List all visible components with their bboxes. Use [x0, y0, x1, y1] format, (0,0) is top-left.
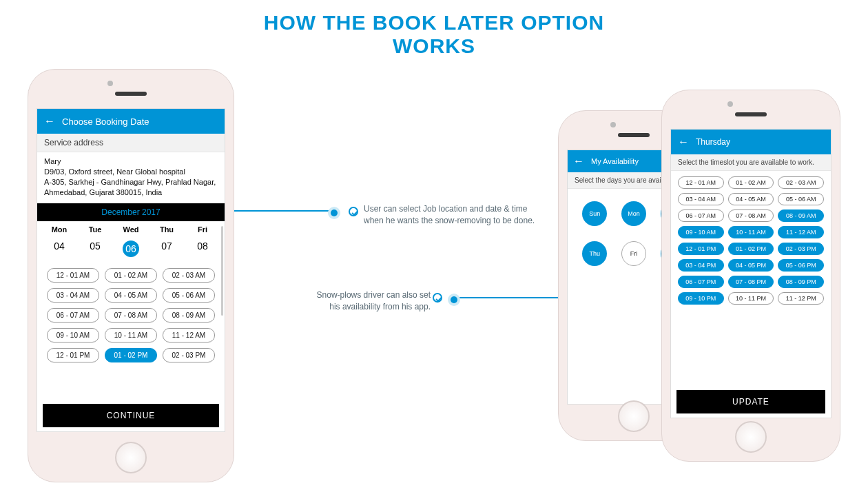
timeslot-button[interactable]: 08 - 09 AM: [778, 209, 824, 222]
addr-l3: A-305, Sarkhej - Gandhinagar Hwy, Prahla…: [44, 177, 218, 187]
home-button-icon[interactable]: [735, 421, 767, 453]
back-arrow-icon[interactable]: ←: [573, 156, 584, 167]
addr-l4: Ahmedabad, Gujarat 380015, India: [44, 187, 218, 198]
page-title: HOW THE BOOK LATER OPTION WORKS: [0, 0, 868, 58]
screen-booking: ← Choose Booking Date Service address Ma…: [37, 108, 225, 432]
timeslot-button[interactable]: 09 - 10 AM: [47, 328, 99, 342]
day-label: Mon: [41, 224, 77, 235]
thursday-subtitle: Select the timeslot you are available to…: [671, 154, 831, 171]
screen-thursday: ← Thursday Select the timeslot you are a…: [670, 129, 831, 418]
appbar-title: Thursday: [696, 137, 730, 147]
day-number[interactable]: 07: [149, 238, 185, 263]
timeslot-button[interactable]: 01 - 02 AM: [105, 268, 157, 283]
timeslot-button[interactable]: 11 - 12 PM: [778, 292, 824, 305]
update-button[interactable]: UPDATE: [676, 390, 825, 413]
timeslot-button[interactable]: 07 - 08 PM: [728, 276, 774, 288]
timeslot-button[interactable]: 12 - 01 PM: [678, 243, 724, 255]
callout-2: Snow-plows driver can also set his avail…: [313, 289, 431, 313]
appbar-title: My Availability: [591, 157, 639, 165]
appbar-title: Choose Booking Date: [62, 116, 149, 127]
check-circle-icon: [433, 293, 442, 303]
timeslot-button[interactable]: 09 - 10 AM: [678, 226, 724, 238]
timeslot-button[interactable]: 05 - 06 AM: [778, 193, 824, 205]
connector-line-2: [455, 297, 558, 298]
timeslot-button[interactable]: 07 - 08 AM: [105, 308, 157, 323]
timeslot-button[interactable]: 11 - 12 AM: [163, 328, 215, 342]
month-bar: December 2017: [37, 203, 225, 221]
timeslot-button[interactable]: 04 - 05 AM: [105, 288, 157, 303]
back-arrow-icon[interactable]: ←: [44, 116, 55, 127]
timeslot-button[interactable]: 03 - 04 AM: [678, 193, 724, 205]
timeslot-button[interactable]: 02 - 03 PM: [163, 348, 215, 362]
day-circle[interactable]: Mon: [621, 201, 646, 226]
addr-l2: D9/03, Oxford street, Near Global hospit…: [44, 167, 218, 177]
timeslot-button[interactable]: 12 - 01 AM: [47, 268, 99, 283]
day-number[interactable]: 08: [185, 238, 220, 263]
timeslot-button[interactable]: 01 - 02 AM: [728, 176, 774, 189]
timeslot-button[interactable]: 10 - 11 AM: [728, 226, 774, 238]
day-number[interactable]: 06: [113, 238, 149, 263]
timeslot-button[interactable]: 07 - 08 AM: [728, 209, 774, 222]
connector-dot-icon: [451, 296, 457, 303]
continue-button[interactable]: CONTINUE: [43, 404, 219, 427]
back-arrow-icon[interactable]: ←: [678, 136, 689, 147]
timeslot-button[interactable]: 10 - 11 AM: [105, 328, 157, 342]
check-circle-icon: [349, 207, 358, 216]
day-number[interactable]: 04: [41, 238, 77, 263]
timeslot-button[interactable]: 02 - 03 AM: [778, 176, 824, 189]
timeslot-button[interactable]: 05 - 06 AM: [163, 288, 215, 303]
timeslot-button[interactable]: 09 - 10 PM: [678, 292, 724, 305]
speaker-icon: [735, 112, 767, 116]
home-button-icon[interactable]: [115, 442, 147, 473]
speaker-icon: [618, 133, 650, 137]
timeslot-button[interactable]: 03 - 04 PM: [678, 259, 724, 272]
week-numbers: 0405060708: [37, 235, 225, 263]
timeslot-button[interactable]: 08 - 09 AM: [163, 308, 215, 323]
timeslot-button[interactable]: 11 - 12 AM: [778, 226, 824, 238]
day-number[interactable]: 05: [77, 238, 113, 263]
timeslot-button[interactable]: 06 - 07 AM: [678, 209, 724, 222]
connector-dot-icon: [331, 209, 338, 216]
address-block: Mary D9/03, Oxford street, Near Global h…: [37, 152, 225, 203]
appbar-thursday: ← Thursday: [671, 130, 831, 154]
phone-booking: ← Choose Booking Date Service address Ma…: [28, 69, 234, 482]
timeslot-button[interactable]: 06 - 07 AM: [47, 308, 99, 323]
speaker-icon: [115, 92, 147, 96]
timeslot-button[interactable]: 02 - 03 AM: [163, 268, 215, 283]
timeslot-button[interactable]: 02 - 03 PM: [778, 243, 824, 255]
timeslot-button[interactable]: 04 - 05 AM: [728, 193, 774, 205]
timeslot-button[interactable]: 03 - 04 AM: [47, 288, 99, 303]
home-button-icon[interactable]: [618, 400, 650, 432]
timeslot-button[interactable]: 08 - 09 PM: [778, 276, 824, 288]
day-label: Wed: [113, 224, 149, 235]
appbar-booking: ← Choose Booking Date: [37, 109, 225, 134]
page-title-l2: WORKS: [393, 34, 475, 57]
timeslot-button[interactable]: 10 - 11 PM: [728, 292, 774, 305]
scroll-indicator: [221, 226, 223, 316]
timeslot-button[interactable]: 01 - 02 PM: [105, 348, 157, 362]
timeslot-button[interactable]: 05 - 06 PM: [778, 259, 824, 272]
timeslot-grid: 12 - 01 AM01 - 02 AM02 - 03 AM03 - 04 AM…: [37, 263, 225, 362]
page-title-l1: HOW THE BOOK LATER OPTION: [264, 11, 604, 34]
phone-availability-slots: ← Thursday Select the timeslot you are a…: [661, 90, 840, 462]
service-address-label: Service address: [37, 134, 225, 152]
day-circle[interactable]: Sun: [582, 201, 607, 226]
callout-1: User can select Job location and date & …: [364, 203, 543, 227]
connector-line-1: [234, 210, 331, 212]
day-label: Thu: [149, 224, 185, 235]
day-label: Tue: [77, 224, 113, 235]
day-label: Fri: [185, 224, 220, 235]
day-circle[interactable]: Thu: [582, 241, 607, 266]
timeslot-button[interactable]: 06 - 07 PM: [678, 276, 724, 288]
timeslot-button[interactable]: 12 - 01 AM: [678, 176, 724, 189]
timeslot-grid: 12 - 01 AM01 - 02 AM02 - 03 AM03 - 04 AM…: [671, 171, 831, 305]
timeslot-button[interactable]: 01 - 02 PM: [728, 243, 774, 255]
day-circle[interactable]: Fri: [621, 241, 646, 266]
addr-name: Mary: [44, 156, 218, 167]
timeslot-button[interactable]: 04 - 05 PM: [728, 259, 774, 272]
timeslot-button[interactable]: 12 - 01 PM: [47, 348, 99, 362]
week-header: MonTueWedThuFri: [37, 221, 225, 235]
